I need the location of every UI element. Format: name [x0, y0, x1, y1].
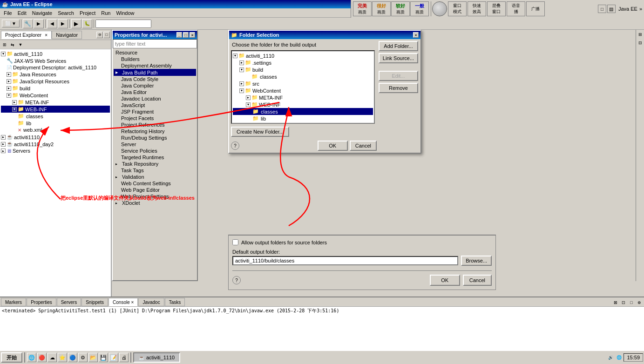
- menu-file[interactable]: File: [1, 9, 15, 17]
- folder-close-btn[interactable]: ×: [413, 32, 419, 38]
- props-min-btn[interactable]: _: [176, 32, 182, 38]
- good-quality-btn[interactable]: 很好 画质: [372, 1, 391, 16]
- quick-icon-1[interactable]: 🌐: [27, 353, 36, 362]
- tree-item-js-resources[interactable]: ▸ 📁 JavaScript Resources: [1, 78, 110, 85]
- tab-project-explorer[interactable]: Project Explorer ×: [1, 31, 52, 39]
- prop-project-facets[interactable]: Project Facets: [114, 115, 196, 121]
- prop-resource[interactable]: Resource: [114, 49, 196, 56]
- edit-btn[interactable]: Edit...: [379, 71, 418, 81]
- toolbar-icon-2[interactable]: ▤: [607, 5, 616, 13]
- folder-tree-lib[interactable]: 📁 lib: [233, 115, 373, 122]
- prop-javascript[interactable]: JavaScript: [114, 102, 196, 108]
- normal-quality-btn[interactable]: 一般 画质: [410, 1, 429, 16]
- panel-maximize-btn[interactable]: □: [103, 32, 110, 38]
- broadcast-btn[interactable]: 广播: [526, 1, 545, 16]
- folder-help-btn[interactable]: ?: [231, 142, 239, 150]
- fair-quality-btn[interactable]: 较好 画质: [391, 1, 410, 16]
- quick-icon-5[interactable]: 🔵: [68, 353, 77, 362]
- tab-markers[interactable]: Markers: [1, 298, 26, 306]
- tree-item-deployment[interactable]: 📄 Deployment Descriptor: activiti_1110: [1, 64, 110, 71]
- default-output-input[interactable]: [232, 256, 458, 265]
- remove-btn[interactable]: Remove: [379, 83, 418, 93]
- quick-icon-3[interactable]: ☁: [47, 353, 57, 362]
- layer-btn[interactable]: 层叠 窗口: [487, 1, 506, 16]
- quick-icon-6[interactable]: ⚙: [78, 353, 88, 362]
- folder-tree-settings[interactable]: ▸ 📁 .settings: [233, 59, 373, 66]
- tree-item-web-xml[interactable]: ✕ web.xml: [1, 127, 110, 133]
- allow-output-checkbox[interactable]: [232, 239, 238, 245]
- prop-server[interactable]: Server: [114, 141, 196, 148]
- collapse-all-btn[interactable]: ⊞: [1, 41, 8, 48]
- menu-navigate[interactable]: Navigate: [29, 9, 55, 17]
- folder-tree-meta-inf[interactable]: ▸ 📁 META-INF: [233, 94, 373, 101]
- console-icon-3[interactable]: □: [628, 299, 635, 306]
- prop-builders[interactable]: Builders: [114, 56, 196, 62]
- tree-item-activiti1110-day2[interactable]: ▸ ☕ activiti1110_day2: [1, 141, 110, 148]
- debug-btn[interactable]: 🐛: [82, 19, 92, 28]
- prop-targeted-runtimes[interactable]: Targeted Runtimes: [114, 154, 196, 161]
- prop-refactoring[interactable]: Refactoring History: [114, 128, 196, 135]
- prop-java-build-path[interactable]: ▸ Java Build Path: [114, 69, 196, 76]
- tab-properties[interactable]: Properties: [27, 298, 56, 306]
- prop-web-page-editor[interactable]: Web Page Editor: [114, 187, 196, 193]
- fwd-btn[interactable]: ▶: [58, 19, 68, 28]
- tab-console[interactable]: Console ×: [108, 298, 138, 306]
- folder-tree-webinf-classes[interactable]: 📁 classes: [233, 108, 373, 115]
- prop-run-debug[interactable]: Run/Debug Settings: [114, 135, 196, 141]
- prop-xdoclet[interactable]: ▸ XDoclet: [114, 200, 196, 206]
- prop-web-project[interactable]: Web Project Settings: [114, 193, 196, 200]
- start-button[interactable]: 开始: [1, 352, 22, 363]
- expand-java-res[interactable]: ▸: [7, 72, 11, 77]
- create-new-folder-btn[interactable]: Create New Folder...: [231, 127, 289, 137]
- prop-java-compiler[interactable]: Java Compiler: [114, 82, 196, 89]
- tab-tasks[interactable]: Tasks: [165, 298, 185, 306]
- console-icon-1[interactable]: ⊠: [612, 299, 619, 306]
- run-btn[interactable]: ▶: [71, 19, 81, 28]
- tab-javadoc[interactable]: Javadoc: [138, 298, 164, 306]
- prop-jsp[interactable]: JSP Fragment: [114, 108, 196, 115]
- folder-ok-btn[interactable]: OK: [318, 141, 348, 151]
- folder-tree-build[interactable]: ▾ 📁 build: [233, 66, 373, 73]
- folder-tree-src[interactable]: ▸ 📁 src: [233, 80, 373, 87]
- prop-project-refs[interactable]: Project References: [114, 121, 196, 128]
- perfect-quality-btn[interactable]: 完美 画质: [353, 1, 372, 16]
- speed-btn[interactable]: 快速 效高: [468, 1, 486, 16]
- prop-java-editor[interactable]: Java Editor: [114, 89, 196, 95]
- props-close-btn[interactable]: ×: [190, 32, 195, 38]
- tree-item-activiti1110[interactable]: ▾ 📁 activiti_1110: [1, 50, 110, 57]
- quick-icon-2[interactable]: 🔴: [37, 353, 47, 362]
- quick-icon-9[interactable]: 📝: [109, 353, 118, 362]
- tree-item-classes[interactable]: 📁 classes: [1, 113, 110, 120]
- tree-item-web-inf[interactable]: ▾ 📁 WEB-INF: [1, 106, 110, 113]
- prop-code-style[interactable]: Java Code Style: [114, 76, 196, 82]
- tree-item-lib[interactable]: 📁 lib: [1, 120, 110, 127]
- quick-icon-4[interactable]: ⭐: [58, 353, 67, 362]
- toolbar-btn-3[interactable]: ▶: [34, 19, 44, 28]
- prop-service-policies[interactable]: Service Policies: [114, 148, 196, 154]
- menu-search[interactable]: Search: [55, 9, 77, 17]
- quick-icon-7[interactable]: 📂: [88, 353, 98, 362]
- menu-window[interactable]: Window: [113, 9, 137, 17]
- prop-deployment[interactable]: Deployment Assembly: [114, 62, 196, 69]
- folder-tree-web-inf[interactable]: ▾ 📁 WEB-INF: [233, 101, 373, 108]
- folder-tree-webcontent[interactable]: ▾ 📁 WebContent: [233, 87, 373, 94]
- tree-item-webcontent[interactable]: ▾ 📁 WebContent: [1, 92, 110, 99]
- prop-validation[interactable]: ▸ Validation: [114, 174, 196, 180]
- tree-item-meta-inf[interactable]: ▸ 📁 META-INF: [1, 99, 110, 106]
- expand-activiti1110[interactable]: ▾: [1, 52, 6, 56]
- prop-javadoc[interactable]: Javadoc Location: [114, 95, 196, 102]
- folder-tree-root[interactable]: ▾ 📁 activiti_1110: [233, 52, 373, 59]
- tree-item-servers[interactable]: ▸ 🖥 Servers: [1, 148, 110, 154]
- quick-icon-8[interactable]: 💾: [99, 353, 108, 362]
- menu-run[interactable]: Run: [98, 9, 113, 17]
- bottom-help-btn[interactable]: ?: [232, 276, 241, 284]
- add-folder-btn[interactable]: Add Folder...: [379, 41, 418, 51]
- tree-item-build[interactable]: ▸ 📁 build: [1, 85, 110, 92]
- new-btn[interactable]: ⬜▼: [2, 20, 20, 27]
- tab-servers[interactable]: Servers: [57, 298, 81, 306]
- search-input[interactable]: [95, 20, 151, 28]
- prop-task-repository[interactable]: ▸ Task Repository: [114, 161, 196, 167]
- folder-cancel-btn[interactable]: Cancel: [350, 141, 377, 151]
- tree-item-java-resources[interactable]: ▸ 📁 Java Resources: [1, 71, 110, 78]
- window-mode-btn[interactable]: 窗口 模式: [448, 1, 467, 16]
